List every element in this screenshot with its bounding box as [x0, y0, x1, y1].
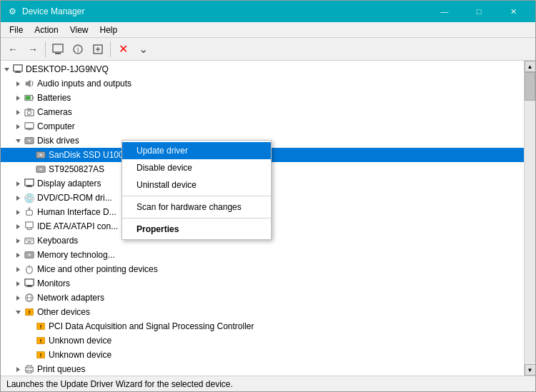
toolbar-update-driver[interactable]: i	[69, 40, 87, 59]
tree-node-label: Monitors	[37, 278, 70, 288]
svg-marker-31	[16, 181, 20, 186]
svg-marker-40	[16, 224, 20, 229]
svg-rect-50	[27, 241, 31, 243]
svg-rect-49	[31, 239, 33, 241]
tree-node-icon	[24, 249, 35, 261]
tree-item[interactable]: Batteries	[1, 91, 524, 105]
svg-rect-1	[55, 53, 61, 54]
tree-node-icon: !	[24, 306, 35, 318]
tree-node-label: Unknown device	[49, 350, 111, 360]
status-bar: Launches the Update Driver Wizard for th…	[1, 376, 535, 391]
tree-toggle-icon[interactable]	[1, 64, 12, 75]
tree-node-icon	[24, 235, 35, 246]
toolbar-properties[interactable]	[49, 40, 67, 59]
title-bar-controls: — □ ✕	[428, 1, 530, 22]
tree-node-label: ST9250827AS	[49, 164, 104, 174]
svg-point-26	[27, 139, 31, 142]
tree-node-icon: !	[35, 321, 46, 332]
svg-point-39	[29, 207, 31, 209]
svg-rect-76	[27, 366, 32, 368]
tree-node-icon	[35, 149, 46, 161]
tree-item[interactable]: !Other devices	[1, 305, 524, 319]
tree-toggle-icon[interactable]	[12, 292, 24, 303]
tree-toggle-icon[interactable]	[12, 192, 24, 203]
tree-toggle-icon[interactable]	[12, 106, 24, 118]
svg-marker-7	[4, 68, 9, 71]
tree-toggle-icon[interactable]	[12, 306, 24, 318]
tree-toggle-icon[interactable]	[12, 235, 24, 246]
tree-node-label: PCI Data Acquisition and Signal Processi…	[49, 321, 254, 331]
tree-item[interactable]: DESKTOP-1JG9NVQ	[1, 62, 524, 76]
tree-toggle-icon[interactable]	[12, 278, 24, 289]
toolbar: ← → i ✕ ⌄	[1, 38, 535, 61]
tree-item[interactable]: !Unknown device	[1, 348, 524, 362]
menu-file[interactable]: File	[4, 24, 29, 36]
tree-toggle-icon[interactable]	[12, 121, 24, 132]
tree-toggle-icon	[24, 164, 35, 175]
maximize-button[interactable]: □	[462, 1, 495, 22]
menu-help[interactable]: Help	[94, 24, 124, 36]
svg-marker-35	[16, 196, 20, 201]
tree-toggle-icon[interactable]	[12, 78, 24, 89]
context-menu-item[interactable]: Update driver	[122, 142, 271, 159]
tree-item[interactable]: Network adapters	[1, 291, 524, 305]
tree-item[interactable]: Memory technolog...	[1, 248, 524, 262]
menu-action[interactable]: Action	[29, 24, 64, 36]
toolbar-forward[interactable]: →	[24, 40, 42, 59]
tree-node-label: Human Interface D...	[37, 207, 116, 217]
title-bar: ⚙ Device Manager — □ ✕	[1, 1, 535, 22]
tree-item[interactable]: !PCI Data Acquisition and Signal Process…	[1, 319, 524, 333]
context-menu-item[interactable]: Scan for hardware changes	[122, 198, 271, 216]
menu-view[interactable]: View	[64, 24, 94, 36]
context-menu-item[interactable]: Uninstall device	[122, 176, 271, 194]
tree-node-icon	[24, 263, 35, 275]
status-text: Launches the Update Driver Wizard for th…	[6, 379, 233, 389]
tree-item[interactable]: Cameras	[1, 105, 524, 119]
tree-toggle-icon[interactable]	[12, 206, 24, 218]
tree-node-icon	[24, 106, 35, 118]
toolbar-disable[interactable]: ✕	[114, 40, 132, 59]
close-button[interactable]: ✕	[497, 1, 530, 22]
tree-toggle-icon[interactable]	[12, 363, 24, 375]
toolbar-back[interactable]: ←	[4, 40, 22, 59]
context-menu-item[interactable]: Disable device	[122, 159, 271, 176]
tree-node-label: Mice and other pointing devices	[37, 264, 158, 274]
tree-toggle-icon[interactable]	[12, 249, 24, 261]
tree-item[interactable]: !Unknown device	[1, 333, 524, 348]
tree-toggle-icon[interactable]	[12, 178, 24, 189]
tree-toggle-icon[interactable]	[12, 135, 24, 146]
menu-bar: File Action View Help	[1, 22, 535, 38]
toolbar-more[interactable]: ⌄	[134, 40, 152, 59]
scroll-up-arrow[interactable]: ▲	[525, 61, 536, 72]
svg-marker-45	[16, 238, 20, 243]
tree-item[interactable]: Mice and other pointing devices	[1, 262, 524, 276]
scroll-down-arrow[interactable]: ▼	[525, 364, 536, 376]
tree-node-icon	[24, 363, 35, 375]
tree-item[interactable]: Computer	[1, 119, 524, 134]
tree-toggle-icon[interactable]	[12, 92, 24, 104]
tree-node-label: Cameras	[37, 107, 72, 117]
context-menu-item[interactable]: Properties	[122, 221, 271, 238]
svg-marker-20	[16, 124, 20, 129]
tree-node-label: Unknown device	[49, 336, 111, 346]
tree-node-icon: 💿	[24, 192, 35, 203]
scroll-track[interactable]	[525, 72, 535, 364]
toolbar-scan[interactable]	[89, 40, 107, 59]
svg-marker-74	[16, 367, 20, 372]
svg-marker-61	[16, 296, 20, 301]
title-bar-text: Device Manager	[22, 6, 428, 16]
tree-item[interactable]: Audio inputs and outputs	[1, 76, 524, 91]
tree-toggle-icon[interactable]	[12, 263, 24, 275]
scroll-thumb[interactable]	[525, 72, 535, 101]
minimize-button[interactable]: —	[428, 1, 461, 22]
tree-item[interactable]: Print queues	[1, 362, 524, 376]
svg-rect-0	[53, 44, 63, 52]
tree-node-icon: !	[35, 335, 46, 346]
svg-marker-16	[16, 110, 20, 115]
tree-node-label: Other devices	[37, 307, 90, 317]
scrollbar[interactable]: ▲ ▼	[524, 61, 535, 376]
tree-toggle-icon[interactable]	[12, 221, 24, 232]
toolbar-sep-1	[45, 41, 46, 57]
tree-item[interactable]: Monitors	[1, 276, 524, 291]
tree-node-label: Disk drives	[37, 136, 79, 146]
